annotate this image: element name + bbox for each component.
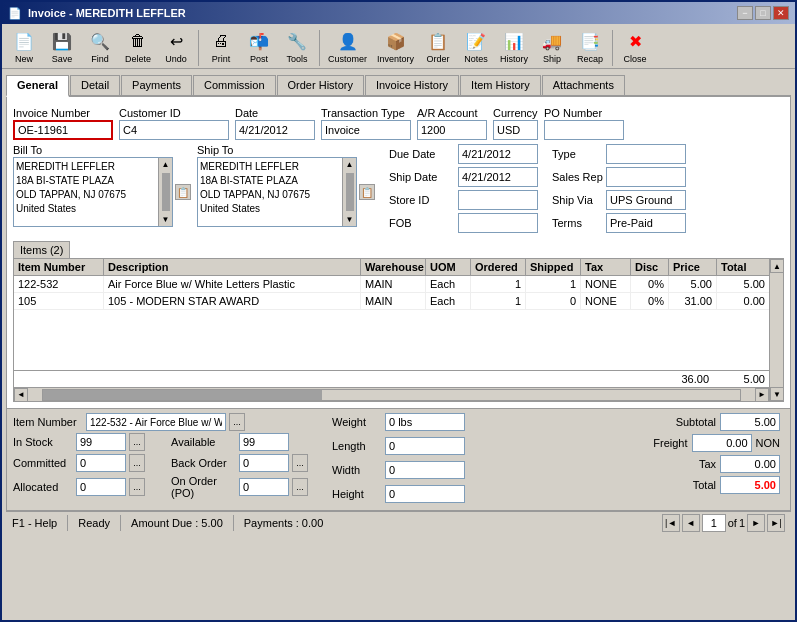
close-button[interactable]: ✖ Close	[617, 27, 653, 66]
bill-to-scroll-down[interactable]: ▼	[160, 213, 172, 226]
scroll-left[interactable]: ◄	[14, 388, 28, 402]
col-description: Description	[104, 259, 361, 275]
fob-label: FOB	[389, 217, 454, 229]
tab-commission[interactable]: Commission	[193, 75, 276, 95]
currency-input[interactable]	[493, 120, 538, 140]
page-current[interactable]	[702, 514, 726, 532]
items-count: Items (2)	[13, 241, 70, 258]
window-title: Invoice - MEREDITH LEFFLER	[28, 7, 186, 19]
weight-value[interactable]	[385, 413, 465, 431]
length-label: Length	[332, 440, 382, 452]
tools-button[interactable]: 🔧 Tools	[279, 27, 315, 66]
ar-account-input[interactable]	[417, 120, 487, 140]
scrollbar-track[interactable]	[42, 389, 741, 401]
allocated-browse[interactable]: ...	[129, 478, 145, 496]
history-icon: 📊	[502, 29, 526, 53]
history-button[interactable]: 📊 History	[496, 27, 532, 66]
freight-label: Freight	[633, 437, 688, 449]
order-button[interactable]: 📋 Order	[420, 27, 456, 66]
cell-wh-2: MAIN	[361, 293, 426, 309]
cell-ordered-1: 1	[471, 276, 526, 292]
back-order-value	[239, 454, 289, 472]
ship-button[interactable]: 🚚 Ship	[534, 27, 570, 66]
status-text: Ready	[78, 517, 110, 529]
nav-last[interactable]: ►|	[767, 514, 785, 532]
table-row[interactable]: 122-532 Air Force Blue w/ White Letters …	[14, 276, 769, 293]
nav-first[interactable]: |◄	[662, 514, 680, 532]
save-button[interactable]: 💾 Save	[44, 27, 80, 66]
notes-button[interactable]: 📝 Notes	[458, 27, 494, 66]
sales-rep-input[interactable]	[606, 167, 686, 187]
cell-uom-1: Each	[426, 276, 471, 292]
tab-payments[interactable]: Payments	[121, 75, 192, 95]
terms-input[interactable]	[606, 213, 686, 233]
horizontal-scrollbar[interactable]: ◄ ►	[14, 387, 769, 401]
title-bar: 📄 Invoice - MEREDITH LEFFLER − □ ✕	[2, 2, 795, 24]
fob-input[interactable]	[458, 213, 538, 233]
nav-prev[interactable]: ◄	[682, 514, 700, 532]
freight-value[interactable]	[692, 434, 752, 452]
delete-button[interactable]: 🗑 Delete	[120, 27, 156, 66]
inventory-button[interactable]: 📦 Inventory	[373, 27, 418, 66]
store-id-input[interactable]	[458, 190, 538, 210]
ship-to-edit-button[interactable]: 📋	[359, 184, 375, 200]
bill-to-address: MEREDITH LEFFLER18A BI-STATE PLAZAOLD TA…	[13, 157, 173, 227]
due-date-input[interactable]	[458, 144, 538, 164]
grid-scroll-up[interactable]: ▲	[770, 259, 784, 273]
committed-browse[interactable]: ...	[129, 454, 145, 472]
cell-tax-1: NONE	[581, 276, 631, 292]
post-button[interactable]: 📬 Post	[241, 27, 277, 66]
tab-general[interactable]: General	[6, 75, 69, 97]
maximize-button[interactable]: □	[755, 6, 771, 20]
tax-label: Tax	[661, 458, 716, 470]
po-number-input[interactable]	[544, 120, 624, 140]
status-sep-3	[233, 515, 234, 531]
customer-button[interactable]: 👤 Customer	[324, 27, 371, 66]
tab-item-history[interactable]: Item History	[460, 75, 541, 95]
help-text[interactable]: F1 - Help	[12, 517, 57, 529]
tab-detail[interactable]: Detail	[70, 75, 120, 95]
find-button[interactable]: 🔍 Find	[82, 27, 118, 66]
close-window-button[interactable]: ✕	[773, 6, 789, 20]
transaction-type-input[interactable]	[321, 120, 411, 140]
width-value[interactable]	[385, 461, 465, 479]
col-uom: UOM	[426, 259, 471, 275]
bill-to-edit-button[interactable]: 📋	[175, 184, 191, 200]
recap-icon: 📑	[578, 29, 602, 53]
customer-id-input[interactable]	[119, 120, 229, 140]
nav-next[interactable]: ►	[747, 514, 765, 532]
ship-to-scroll-down[interactable]: ▼	[344, 213, 356, 226]
window-icon: 📄	[8, 7, 22, 20]
in-stock-browse[interactable]: ...	[129, 433, 145, 451]
toolbar-separator-3	[612, 30, 613, 66]
new-button[interactable]: 📄 New	[6, 27, 42, 66]
table-row[interactable]: 105 105 - MODERN STAR AWARD MAIN Each 1 …	[14, 293, 769, 310]
ship-date-input[interactable]	[458, 167, 538, 187]
terms-label: Terms	[552, 217, 602, 229]
height-value[interactable]	[385, 485, 465, 503]
on-order-browse[interactable]: ...	[292, 478, 308, 496]
recap-button[interactable]: 📑 Recap	[572, 27, 608, 66]
ship-to-scroll-up[interactable]: ▲	[344, 158, 356, 171]
invoice-number-input[interactable]	[13, 120, 113, 140]
ship-via-input[interactable]	[606, 190, 686, 210]
undo-button[interactable]: ↩ Undo	[158, 27, 194, 66]
print-button[interactable]: 🖨 Print	[203, 27, 239, 66]
item-number-browse[interactable]: ...	[229, 413, 245, 431]
ship-to-address: MEREDITH LEFFLER18A BI-STATE PLAZAOLD TA…	[197, 157, 357, 227]
bill-to-scroll-up[interactable]: ▲	[160, 158, 172, 171]
col-tax: Tax	[581, 259, 631, 275]
tab-attachments[interactable]: Attachments	[542, 75, 625, 95]
date-input[interactable]	[235, 120, 315, 140]
tab-bar: General Detail Payments Commission Order…	[6, 73, 791, 97]
length-value[interactable]	[385, 437, 465, 455]
tab-order-history[interactable]: Order History	[277, 75, 364, 95]
cell-tax-2: NONE	[581, 293, 631, 309]
back-order-browse[interactable]: ...	[292, 454, 308, 472]
grid-scroll-down[interactable]: ▼	[770, 387, 784, 401]
minimize-button[interactable]: −	[737, 6, 753, 20]
type-input[interactable]	[606, 144, 686, 164]
tab-invoice-history[interactable]: Invoice History	[365, 75, 459, 95]
scroll-right[interactable]: ►	[755, 388, 769, 402]
payments: Payments : 0.00	[244, 517, 324, 529]
